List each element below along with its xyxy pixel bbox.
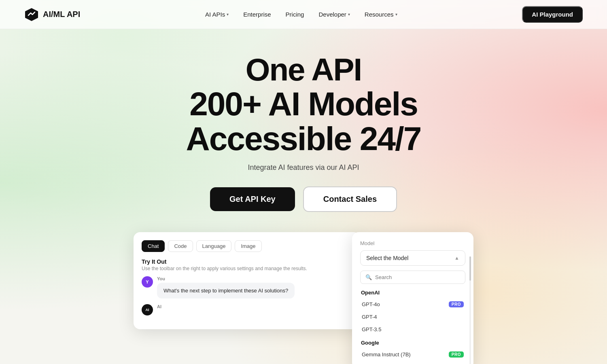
nav-links: AI APIs ▾ Enterprise Pricing Developer ▾… [200,8,403,21]
logo-icon [24,7,39,22]
chevron-down-icon: ▾ [227,12,229,17]
chevron-down-icon: ▾ [348,12,350,17]
model-search-box[interactable]: 🔍 [360,271,465,284]
pro-badge-gpt4o: PRO [449,301,464,307]
pro-badge-gemma: PRO [449,351,464,358]
nav-item-resources[interactable]: Resources ▾ [359,8,403,21]
user-message: Y You What's the next step to implement … [142,276,352,298]
svg-marker-0 [25,8,38,21]
tab-image[interactable]: Image [235,240,261,252]
user-message-bubble: What's the next step to implement these … [157,283,295,298]
hero-headline: One API 200+ AI Models Accessible 24/7 [0,53,607,156]
scrollbar-track [469,256,471,364]
model-panel-label: Model [360,240,465,246]
model-item-gpt35[interactable]: GPT-3.5 [360,323,465,336]
ai-playground-button[interactable]: AI Playground [522,6,583,23]
user-sender-label: You [157,276,295,281]
get-api-key-button[interactable]: Get API Key [210,187,295,211]
preview-container: Chat Code Language Image Try It Out Use … [0,232,607,364]
hero-line3: Accessible 24/7 [0,121,607,156]
ai-sender-label: AI [157,304,161,309]
hero-line1: One API [0,53,607,87]
try-it-out-title: Try It Out [142,258,352,265]
model-item-gpt4[interactable]: GPT-4 [360,311,465,323]
scrollbar-thumb[interactable] [469,256,471,281]
hero-subtitle: Integrate AI features via our AI API [0,163,607,172]
nav-item-ai-apis[interactable]: AI APIs ▾ [200,8,234,21]
search-icon: 🔍 [365,274,372,280]
model-select-placeholder: Select the Model [366,255,408,261]
tab-language[interactable]: Language [196,240,232,252]
chevron-up-icon: ▲ [454,255,459,261]
hero-line2: 200+ AI Models [0,87,607,121]
logo[interactable]: AI/ML API [24,7,80,22]
hero-section: One API 200+ AI Models Accessible 24/7 I… [0,29,607,212]
chevron-down-icon: ▾ [395,12,397,17]
model-search-input[interactable] [375,274,460,280]
nav-item-developer[interactable]: Developer ▾ [313,8,355,21]
tab-code[interactable]: Code [168,240,193,252]
model-select-dropdown[interactable]: Select the Model ▲ [360,250,465,266]
ai-message: AI AI [142,304,352,315]
model-group-openai: OpenAI [360,290,465,296]
model-item-gemma[interactable]: Gemma Instruct (7B) PRO [360,348,465,361]
tab-chat[interactable]: Chat [142,240,165,252]
contact-sales-button[interactable]: Contact Sales [303,186,397,212]
try-it-out: Try It Out Use the toolbar on the right … [142,258,352,271]
navbar: AI/ML API AI APIs ▾ Enterprise Pricing D… [0,0,607,29]
nav-item-enterprise[interactable]: Enterprise [238,8,276,21]
ai-avatar: AI [142,304,153,315]
chat-tabs: Chat Code Language Image [142,240,352,252]
hero-buttons: Get API Key Contact Sales [0,186,607,212]
model-panel: Model Select the Model ▲ 🔍 OpenAI GPT-4o… [352,232,473,364]
nav-item-pricing[interactable]: Pricing [280,8,310,21]
user-avatar: Y [142,276,153,288]
model-item-gpt4o[interactable]: GPT-4o PRO [360,298,465,311]
chat-window: Chat Code Language Image Try It Out Use … [134,232,360,329]
try-it-out-desc: Use the toolbar on the right to apply va… [142,266,352,271]
logo-text: AI/ML API [43,10,80,19]
model-group-google: Google [360,340,465,346]
